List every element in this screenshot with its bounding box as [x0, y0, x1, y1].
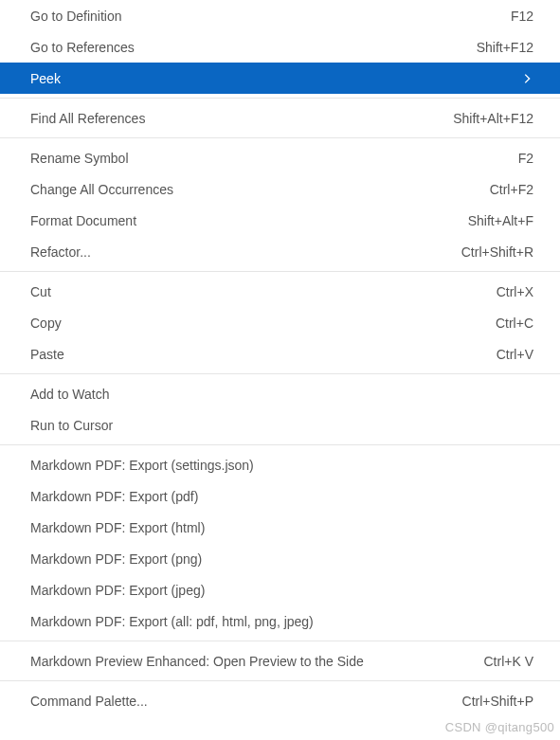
menu-item-label: Markdown PDF: Export (pdf) — [30, 489, 533, 504]
menu-item[interactable]: Refactor...Ctrl+Shift+R — [0, 236, 560, 267]
menu-item-label: Refactor... — [30, 244, 443, 260]
menu-item[interactable]: Change All OccurrencesCtrl+F2 — [0, 173, 560, 205]
menu-item-label: Cut — [30, 284, 478, 299]
menu-item-label: Change All Occurrences — [30, 182, 471, 197]
context-menu: Go to DefinitionF12Go to ReferencesShift… — [0, 0, 560, 716]
menu-item-label: Paste — [30, 347, 478, 362]
menu-item[interactable]: Rename SymbolF2 — [0, 142, 560, 173]
menu-item-shortcut: F2 — [518, 151, 533, 166]
menu-item-shortcut: Ctrl+C — [496, 316, 533, 331]
watermark: CSDN @qitang500 — [445, 720, 554, 734]
menu-item-shortcut: Ctrl+Shift+R — [461, 244, 533, 260]
menu-item[interactable]: Markdown PDF: Export (settings.json) — [0, 449, 560, 480]
menu-separator — [0, 98, 560, 99]
menu-item-label: Go to Definition — [30, 9, 492, 24]
menu-item[interactable]: Markdown PDF: Export (all: pdf, html, pn… — [0, 605, 560, 637]
menu-item-label: Find All References — [30, 111, 434, 126]
menu-item-shortcut: Shift+Alt+F12 — [453, 111, 533, 126]
menu-item[interactable]: Format DocumentShift+Alt+F — [0, 205, 560, 236]
menu-item-label: Rename Symbol — [30, 151, 499, 166]
menu-separator — [0, 373, 560, 374]
menu-item-shortcut: F12 — [511, 9, 533, 24]
menu-item[interactable]: Command Palette...Ctrl+Shift+P — [0, 685, 560, 716]
menu-item-label: Markdown Preview Enhanced: Open Preview … — [30, 654, 464, 669]
menu-item-shortcut: Shift+Alt+F — [468, 213, 533, 228]
menu-item-label: Markdown PDF: Export (html) — [30, 520, 533, 535]
menu-item-label: Markdown PDF: Export (settings.json) — [30, 458, 533, 473]
menu-item-label: Command Palette... — [30, 694, 443, 709]
menu-item[interactable]: Go to ReferencesShift+F12 — [0, 31, 560, 63]
menu-item[interactable]: CopyCtrl+C — [0, 307, 560, 338]
menu-separator — [0, 641, 560, 641]
menu-item[interactable]: Add to Watch — [0, 378, 560, 409]
menu-item-label: Run to Cursor — [30, 418, 533, 433]
menu-item-label: Markdown PDF: Export (png) — [30, 551, 533, 567]
menu-item[interactable]: Markdown PDF: Export (html) — [0, 512, 560, 543]
menu-item[interactable]: Run to Cursor — [0, 409, 560, 441]
menu-item[interactable]: Markdown PDF: Export (png) — [0, 543, 560, 574]
menu-separator — [0, 444, 560, 445]
menu-item-shortcut: Ctrl+F2 — [490, 182, 533, 197]
menu-item-label: Copy — [30, 316, 477, 331]
menu-separator — [0, 271, 560, 272]
menu-item-shortcut: Ctrl+Shift+P — [462, 694, 533, 709]
menu-item-label: Go to References — [30, 40, 458, 55]
menu-item[interactable]: CutCtrl+X — [0, 276, 560, 307]
chevron-right-icon — [520, 72, 533, 85]
menu-separator — [0, 137, 560, 138]
menu-item-shortcut: Shift+F12 — [477, 40, 533, 55]
menu-item[interactable]: Peek — [0, 63, 560, 94]
menu-item[interactable]: Markdown Preview Enhanced: Open Preview … — [0, 645, 560, 677]
menu-item-label: Peek — [30, 71, 513, 86]
menu-item-label: Add to Watch — [30, 387, 533, 402]
menu-item-label: Markdown PDF: Export (jpeg) — [30, 583, 533, 598]
menu-item-shortcut: Ctrl+K V — [483, 654, 533, 669]
menu-separator — [0, 680, 560, 681]
menu-item-label: Markdown PDF: Export (all: pdf, html, pn… — [30, 614, 533, 629]
menu-item[interactable]: Markdown PDF: Export (pdf) — [0, 480, 560, 512]
menu-item-shortcut: Ctrl+V — [497, 347, 533, 362]
menu-item-label: Format Document — [30, 213, 449, 228]
menu-item[interactable]: PasteCtrl+V — [0, 338, 560, 370]
menu-item-shortcut: Ctrl+X — [497, 284, 533, 299]
menu-item[interactable]: Find All ReferencesShift+Alt+F12 — [0, 102, 560, 134]
menu-item[interactable]: Markdown PDF: Export (jpeg) — [0, 574, 560, 605]
menu-item[interactable]: Go to DefinitionF12 — [0, 0, 560, 31]
